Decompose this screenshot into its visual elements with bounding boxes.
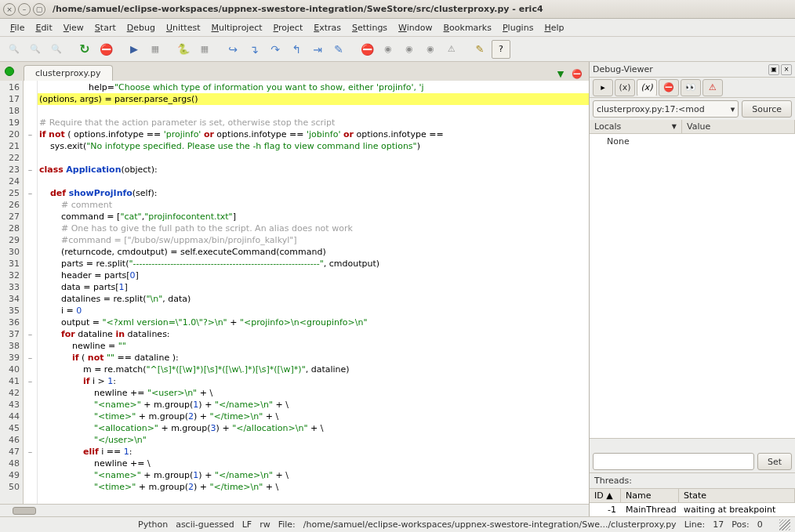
menu-edit[interactable]: Edit (30, 20, 57, 35)
locals-scrollbar[interactable] (590, 438, 795, 451)
stop-debug-button[interactable]: ⛔ (358, 40, 376, 59)
menu-view[interactable]: View (58, 20, 89, 35)
breakpoint-next-button[interactable]: ◉ (400, 40, 419, 59)
menu-file[interactable]: File (5, 20, 30, 35)
status-line-label: Line: (684, 519, 706, 530)
stop-button[interactable]: ⛔ (96, 40, 115, 59)
restart-button[interactable]: ↻ (75, 40, 94, 59)
menu-unittest[interactable]: Unittest (161, 20, 206, 35)
whats-this-button[interactable]: ? (492, 40, 510, 59)
status-file-label: File: (278, 519, 296, 530)
threads-section-label: Threads: (590, 472, 795, 489)
main-area: clusterproxy.py ▼ ⛔ 16171819202122232425… (0, 62, 795, 516)
window-titlebar: × – ▢ /home/samuel/eclipse-workspaces/up… (0, 0, 795, 19)
zoom-in-icon[interactable]: 🔍 (26, 40, 45, 59)
status-line: 17 (713, 519, 724, 530)
editor-pane: clusterproxy.py ▼ ⛔ 16171819202122232425… (0, 62, 590, 516)
panel-close-icon[interactable]: × (781, 64, 792, 75)
window-maximize-button[interactable]: ▢ (33, 3, 45, 16)
breakpoint-prev-button[interactable]: ◉ (421, 40, 440, 59)
source-button[interactable]: Source (742, 100, 792, 118)
zoom-reset-icon[interactable]: 🔍 (47, 40, 66, 59)
menu-help[interactable]: Help (539, 20, 569, 35)
window-close-button[interactable]: × (3, 3, 16, 16)
menu-project[interactable]: Project (268, 20, 309, 35)
fold-gutter[interactable]: – – – – – – – (24, 81, 38, 504)
threads-list[interactable]: -1MainThreadwaiting at breakpoint (590, 503, 795, 516)
status-language: Python (138, 519, 168, 530)
status-encoding: ascii-guessed (176, 519, 234, 530)
status-eol: LF (242, 519, 252, 530)
debug-tabbar: ▸ (x) (x) ⛔ 👀 ⚠ (590, 78, 795, 98)
debug-tab-locals[interactable]: (x) (637, 79, 657, 96)
tab-list-dropdown[interactable]: ▼ (554, 67, 568, 81)
debug-tab-watch[interactable]: 👀 (681, 79, 701, 96)
editor-horizontal-scrollbar[interactable] (0, 504, 589, 516)
breakpoint-toggle-button[interactable]: ◉ (379, 40, 398, 59)
status-pos: 0 (757, 519, 763, 530)
edit-button[interactable]: ✎ (470, 40, 489, 59)
step-out-button[interactable]: ↰ (287, 40, 306, 59)
menu-window[interactable]: Window (393, 20, 437, 35)
line-number-gutter: 1617181920212223242526272829303132333435… (0, 81, 24, 504)
menu-start[interactable]: Start (89, 20, 122, 35)
panel-float-icon[interactable]: ▣ (768, 64, 779, 75)
editor-tab[interactable]: clusterproxy.py (24, 65, 113, 81)
debug-script-button[interactable]: 🐍 (174, 40, 193, 59)
editor-tab-strip: clusterproxy.py ▼ ⛔ (0, 62, 589, 81)
status-mode: rw (260, 519, 270, 530)
editor-body[interactable]: 1617181920212223242526272829303132333435… (0, 81, 589, 504)
thread-name-header[interactable]: Name (621, 489, 679, 502)
menu-settings[interactable]: Settings (347, 20, 393, 35)
coverage-button[interactable]: ▦ (146, 40, 165, 59)
expression-input[interactable] (593, 453, 754, 470)
code-area[interactable]: help="Choose which type of information y… (38, 81, 589, 504)
menu-bookmarks[interactable]: Bookmarks (438, 20, 497, 35)
menu-multiproject[interactable]: Multiproject (205, 20, 267, 35)
set-button[interactable]: Set (757, 453, 792, 470)
threads-header: ID ▲ Name State (590, 489, 795, 503)
tab-close-button[interactable]: ⛔ (570, 67, 584, 81)
resize-grip-icon[interactable] (779, 519, 790, 530)
thread-state-header[interactable]: State (679, 489, 795, 502)
run-to-cursor-button[interactable]: ✎ (329, 40, 348, 59)
step-over-button[interactable]: ↷ (266, 40, 285, 59)
debug-tab-globals[interactable]: (x) (615, 79, 635, 96)
zoom-out-icon[interactable]: 🔍 (5, 40, 24, 59)
menu-extras[interactable]: Extras (308, 20, 347, 35)
locals-row[interactable]: None (590, 136, 795, 147)
value-column-header[interactable]: Value (682, 120, 795, 133)
status-file: /home/samuel/eclipse-workspaces/uppnex-s… (303, 519, 677, 530)
debug-viewer-title: Debug-Viewer (593, 64, 653, 74)
menu-debug[interactable]: Debug (122, 20, 161, 35)
exceptions-button[interactable]: ⚠ (442, 40, 461, 59)
menu-plugins[interactable]: Plugins (497, 20, 539, 35)
run-script-button[interactable]: ▶ (125, 40, 143, 59)
main-toolbar: 🔍 🔍 🔍 ↻ ⛔ ▶ ▦ 🐍 ▦ ↪ ↴ ↷ ↰ ⇥ ✎ ⛔ ◉ ◉ ◉ ⚠ … (0, 37, 795, 62)
window-minimize-button[interactable]: – (18, 3, 31, 16)
thread-row[interactable]: -1MainThreadwaiting at breakpoint (590, 503, 795, 516)
debug-tab-breakpoints[interactable]: ⛔ (659, 79, 679, 96)
window-title: /home/samuel/eclipse-workspaces/uppnex-s… (53, 4, 543, 14)
locals-column-header[interactable]: Locals▼ (590, 120, 682, 133)
debug-viewer-pane: Debug-Viewer ▣ × ▸ (x) (x) ⛔ 👀 ⚠ cluster… (590, 62, 795, 516)
profile-button[interactable]: ▦ (195, 40, 214, 59)
step-into-button[interactable]: ↴ (245, 40, 263, 59)
debug-tab-exceptions[interactable]: ⚠ (702, 79, 723, 96)
debug-tab-terminal[interactable]: ▸ (593, 79, 613, 96)
status-pos-label: Pos: (731, 519, 749, 530)
breakpoint-indicator-icon (5, 67, 14, 76)
menubar: FileEditViewStartDebugUnittestMultiproje… (0, 19, 795, 37)
statusbar: Python ascii-guessed LF rw File: /home/s… (0, 516, 795, 532)
step-return-button[interactable]: ⇥ (308, 40, 327, 59)
locals-list[interactable]: None (590, 134, 795, 438)
continue-button[interactable]: ↪ (223, 40, 242, 59)
stack-frame-combo[interactable]: clusterproxy.py:17:<mod▾ (593, 100, 739, 118)
thread-id-header[interactable]: ID ▲ (590, 489, 621, 502)
